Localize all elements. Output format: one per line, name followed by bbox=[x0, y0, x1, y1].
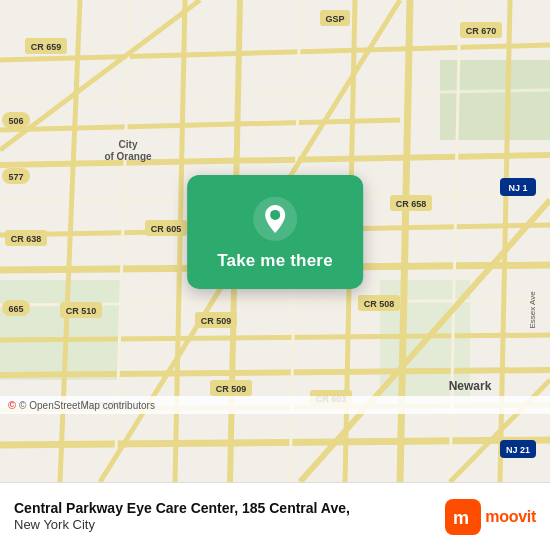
moovit-icon: m bbox=[445, 499, 481, 535]
moovit-logo: m moovit bbox=[445, 499, 536, 535]
map-area[interactable]: CR 659 CR 670 GSP 506 577 CR 638 CR 605 … bbox=[0, 0, 550, 482]
app-container: CR 659 CR 670 GSP 506 577 CR 638 CR 605 … bbox=[0, 0, 550, 550]
svg-text:CR 508: CR 508 bbox=[364, 299, 395, 309]
footer-title: Central Parkway Eye Care Center, 185 Cen… bbox=[14, 499, 435, 517]
svg-text:CR 509: CR 509 bbox=[201, 316, 232, 326]
osm-logo: © bbox=[8, 399, 16, 411]
svg-point-67 bbox=[270, 210, 280, 220]
svg-text:NJ 1: NJ 1 bbox=[508, 183, 527, 193]
svg-line-15 bbox=[0, 440, 550, 445]
svg-text:CR 659: CR 659 bbox=[31, 42, 62, 52]
svg-text:NJ 21: NJ 21 bbox=[506, 445, 530, 455]
svg-text:m: m bbox=[453, 508, 469, 528]
footer: Central Parkway Eye Care Center, 185 Cen… bbox=[0, 482, 550, 550]
svg-text:Newark: Newark bbox=[449, 379, 492, 393]
svg-text:665: 665 bbox=[8, 304, 23, 314]
svg-text:of Orange: of Orange bbox=[104, 151, 152, 162]
svg-text:CR 638: CR 638 bbox=[11, 234, 42, 244]
svg-text:Essex Ave: Essex Ave bbox=[528, 291, 537, 329]
svg-rect-1 bbox=[0, 280, 120, 380]
svg-text:CR 605: CR 605 bbox=[151, 224, 182, 234]
location-pin-icon bbox=[253, 197, 297, 241]
moovit-text: moovit bbox=[485, 508, 536, 526]
footer-subtitle: New York City bbox=[14, 517, 435, 534]
svg-text:506: 506 bbox=[8, 116, 23, 126]
svg-text:City: City bbox=[119, 139, 138, 150]
svg-text:CR 658: CR 658 bbox=[396, 199, 427, 209]
attribution-bar: © © OpenStreetMap contributors bbox=[0, 396, 550, 414]
svg-text:CR 670: CR 670 bbox=[466, 26, 497, 36]
moovit-m-icon: m bbox=[451, 505, 475, 529]
footer-text: Central Parkway Eye Care Center, 185 Cen… bbox=[14, 499, 435, 534]
svg-text:577: 577 bbox=[8, 172, 23, 182]
take-me-there-button[interactable]: Take me there bbox=[217, 251, 333, 271]
attribution-text: © OpenStreetMap contributors bbox=[19, 400, 155, 411]
action-card: Take me there bbox=[187, 175, 363, 289]
svg-text:GSP: GSP bbox=[325, 14, 344, 24]
svg-text:CR 509: CR 509 bbox=[216, 384, 247, 394]
svg-text:CR 510: CR 510 bbox=[66, 306, 97, 316]
